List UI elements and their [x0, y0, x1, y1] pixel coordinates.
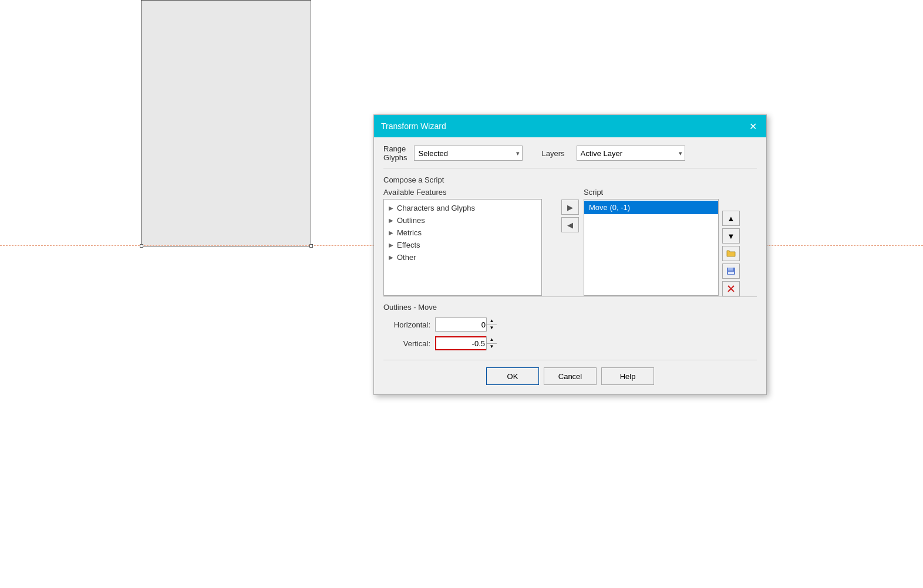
arrow-buttons: ▶ ◀ [557, 200, 584, 232]
chevron-icon: ▶ [389, 205, 393, 211]
vertical-increment[interactable]: ▲ [486, 336, 497, 344]
feature-label-characters: Characters and Glyphs [397, 204, 475, 212]
horizontal-row: Horizontal: ▲ ▼ [383, 317, 757, 332]
params-title: Outlines - Move [383, 303, 757, 312]
available-features-label: Available Features [383, 188, 557, 197]
script-panel-inner: Move (0, -1) ▲ ▼ [584, 199, 757, 296]
script-panel: Script Move (0, -1) ▲ ▼ [584, 188, 757, 296]
handle-bottom-right [309, 244, 313, 248]
feature-item-metrics[interactable]: ▶ Metrics [384, 227, 541, 239]
move-up-button[interactable]: ▲ [722, 211, 740, 226]
dialog-title: Transform Wizard [381, 121, 446, 131]
range-label-group: Range Glyphs [383, 144, 407, 162]
feature-item-effects[interactable]: ▶ Effects [384, 239, 541, 251]
script-list: Move (0, -1) [584, 199, 719, 296]
glyphs-select[interactable]: Selected All Glyphs Active Glyph [414, 146, 523, 161]
horizontal-decrement[interactable]: ▼ [486, 325, 497, 332]
script-item-move[interactable]: Move (0, -1) [584, 201, 718, 214]
folder-icon [726, 249, 736, 258]
feature-item-outlines[interactable]: ▶ Outlines [384, 214, 541, 227]
load-script-button[interactable] [722, 246, 740, 261]
cancel-button[interactable]: Cancel [544, 367, 597, 385]
vertical-input-wrapper: ▲ ▼ [435, 336, 497, 350]
add-to-script-button[interactable]: ▶ [561, 200, 579, 215]
feature-label-other: Other [397, 253, 416, 262]
save-script-button[interactable] [722, 263, 740, 279]
layers-label: Layers [541, 149, 564, 158]
script-label: Script [584, 188, 757, 197]
chevron-icon: ▶ [389, 242, 393, 248]
glyphs-label: Glyphs [383, 153, 407, 162]
vertical-spinner: ▲ ▼ [486, 336, 497, 350]
horizontal-label: Horizontal: [383, 320, 430, 329]
horizontal-increment[interactable]: ▲ [486, 317, 497, 325]
vertical-row: Vertical: ▲ ▼ [383, 336, 757, 350]
script-item-move-label: Move (0, -1) [589, 203, 630, 212]
vertical-label: Vertical: [383, 339, 430, 348]
save-icon [726, 267, 736, 275]
feature-label-metrics: Metrics [397, 228, 422, 237]
params-section: Outlines - Move Horizontal: ▲ ▼ Vertical… [383, 296, 757, 350]
feature-item-other[interactable]: ▶ Other [384, 251, 541, 263]
horizontal-spinner: ▲ ▼ [486, 317, 497, 332]
range-row: Range Glyphs Selected All Glyphs Active … [383, 144, 757, 168]
dialog-titlebar: Transform Wizard ✕ [374, 115, 766, 137]
chevron-icon: ▶ [389, 229, 393, 236]
dialog-footer: OK Cancel Help [383, 360, 757, 385]
compose-title: Compose a Script [383, 175, 757, 184]
chevron-icon: ▶ [389, 254, 393, 261]
help-button[interactable]: Help [601, 367, 654, 385]
dialog-content: Range Glyphs Selected All Glyphs Active … [374, 137, 766, 394]
features-list: ▶ Characters and Glyphs ▶ Outlines ▶ Met… [383, 199, 542, 296]
vertical-decrement[interactable]: ▼ [486, 344, 497, 351]
delete-icon [727, 285, 735, 293]
ok-button[interactable]: OK [486, 367, 539, 385]
feature-label-effects: Effects [397, 241, 420, 249]
handle-bottom-left [140, 244, 143, 248]
remove-from-script-button[interactable]: ◀ [561, 217, 579, 232]
feature-item-characters[interactable]: ▶ Characters and Glyphs [384, 202, 541, 214]
canvas-rectangle [141, 0, 311, 246]
compose-section: Compose a Script Available Features ▶ Ch… [383, 175, 757, 296]
svg-rect-2 [728, 272, 734, 274]
delete-script-button[interactable] [722, 281, 740, 296]
range-label: Range [383, 144, 407, 153]
feature-label-outlines: Outlines [397, 216, 425, 225]
move-down-button[interactable]: ▼ [722, 228, 740, 244]
glyphs-select-wrapper[interactable]: Selected All Glyphs Active Glyph [414, 146, 523, 161]
svg-rect-1 [728, 268, 733, 271]
layers-select[interactable]: Active Layer All Layers [577, 146, 685, 161]
script-actions: ▲ ▼ [722, 211, 740, 296]
close-button[interactable]: ✕ [746, 120, 759, 133]
layers-select-wrapper[interactable]: Active Layer All Layers [577, 146, 685, 161]
features-script-area: Available Features ▶ Characters and Glyp… [383, 188, 757, 296]
horizontal-input-wrapper: ▲ ▼ [435, 317, 497, 332]
transform-wizard-dialog: Transform Wizard ✕ Range Glyphs Selected… [373, 114, 767, 395]
features-panel: Available Features ▶ Characters and Glyp… [383, 188, 557, 296]
chevron-icon: ▶ [389, 217, 393, 224]
